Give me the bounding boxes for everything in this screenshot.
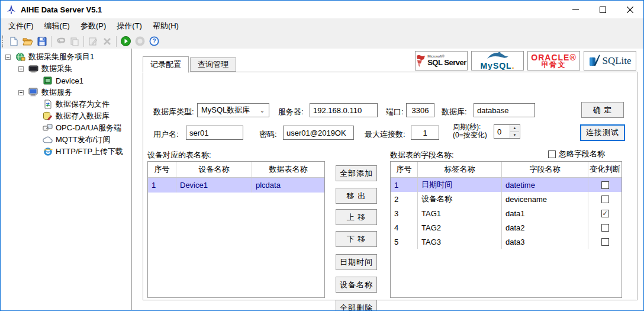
tab-0[interactable]: 记录配置 (143, 56, 189, 73)
action-button-4[interactable]: 日期时间 (336, 254, 377, 270)
close-button[interactable] (616, 1, 643, 18)
column-header: 序号 (391, 162, 418, 177)
oracle-name-text: ORACLE® (531, 54, 576, 61)
table-cell: data3 (502, 235, 588, 249)
ignore-fields-label: 忽略字段名称 (559, 149, 605, 159)
change-detect-checkbox[interactable] (601, 181, 609, 189)
tree-item-0[interactable]: 数据采集服务项目1 (2, 51, 131, 63)
field-table-row[interactable]: 3TAG1data1✓ (391, 206, 622, 220)
db-type-select[interactable]: MySQL数据库 ⌄ (197, 103, 269, 117)
username-label: 用户名: (153, 129, 179, 140)
tree-item-1[interactable]: 数据采集 (2, 63, 131, 75)
mysql-dot-text: . (512, 61, 515, 70)
save-icon[interactable] (35, 35, 49, 48)
tree-item-label: 数据存入数据库 (56, 111, 110, 121)
change-detect-checkbox[interactable] (601, 195, 609, 203)
tab-1[interactable]: 查询管理 (190, 57, 236, 72)
device-table: 序号设备名称数据表名称1Device1plcdata (147, 161, 325, 298)
tree-item-7[interactable]: MQTT发布/订阅 (2, 134, 131, 146)
action-button-3[interactable]: 下 移 (336, 231, 377, 247)
table-cell: 4 (391, 220, 418, 235)
table-cell: 设备名称 (418, 192, 502, 206)
action-button-6[interactable]: 全部删除 (336, 300, 377, 311)
action-button-2[interactable]: 上 移 (336, 209, 377, 225)
field-table-row[interactable]: 4TAG2data2 (391, 220, 622, 235)
tree-item-label: 数据保存为文件 (56, 99, 110, 110)
server-input[interactable] (310, 103, 378, 117)
sqlserver-flag-icon (416, 54, 426, 68)
table-cell: devicename (502, 192, 588, 206)
tree-item-8[interactable]: HTTP/FTP上传下载 (2, 146, 131, 158)
minimize-button[interactable] (562, 1, 589, 18)
change-detect-checkbox[interactable] (601, 224, 609, 232)
period-input[interactable] (494, 125, 510, 138)
menu-item-4[interactable]: 帮助(H) (147, 18, 184, 34)
period-spinner[interactable]: ▲ ▼ (494, 124, 520, 139)
delete-icon (100, 35, 114, 48)
max-conn-label: 最大连接数: (365, 129, 405, 140)
table-cell: ✓ (588, 206, 622, 220)
help-icon[interactable]: ? (147, 35, 161, 48)
column-header: 字段名称 (502, 162, 588, 177)
table-cell: TAG3 (418, 235, 502, 249)
table-cell: plcdata (252, 178, 324, 193)
tree-expander-icon[interactable] (18, 90, 24, 95)
toolbar-separator (83, 36, 84, 47)
max-conn-input[interactable] (411, 126, 439, 140)
db-logos: Microsoft® SQL Server MySQL. (415, 51, 636, 70)
change-detect-checkbox[interactable] (601, 238, 609, 246)
tree-item-3[interactable]: 数据服务 (2, 86, 131, 98)
spinner-down-icon[interactable]: ▼ (510, 132, 519, 139)
menu-item-1[interactable]: 编辑(E) (39, 18, 75, 34)
device-table-row[interactable]: 1Device1plcdata (148, 178, 324, 193)
field-table-row[interactable]: 1日期时间datetime (391, 178, 622, 192)
username-input[interactable] (186, 126, 243, 140)
ignore-fields-checkbox[interactable] (548, 150, 556, 158)
tree-expander-icon[interactable] (18, 66, 24, 72)
menu-item-3[interactable]: 操作(T) (111, 18, 147, 34)
tab-strip: 记录配置查询管理 (143, 56, 237, 73)
tree-item-4[interactable]: 数据保存为文件 (2, 98, 131, 110)
open-file-icon[interactable] (21, 35, 35, 48)
action-button-1[interactable]: 移 出 (336, 188, 377, 204)
menu-item-2[interactable]: 参数(P) (75, 18, 111, 34)
menu-item-0[interactable]: 文件(F) (3, 18, 39, 34)
tree-item-5[interactable]: 数据存入数据库 (2, 110, 131, 122)
new-file-icon[interactable] (7, 35, 21, 48)
port-input[interactable] (406, 103, 434, 117)
tree-item-label: Device1 (56, 76, 83, 85)
ok-button[interactable]: 确 定 (581, 102, 624, 118)
tree-item-label: 数据采集 (41, 63, 72, 74)
connect-test-button[interactable]: 连接测试 (580, 124, 625, 141)
stop-icon (133, 35, 147, 48)
password-input[interactable] (283, 126, 354, 140)
project-icon (15, 52, 25, 62)
mysql-name-text: MySQL (480, 61, 511, 70)
toolbar-separator (116, 36, 117, 47)
server-label: 服务器: (278, 107, 304, 117)
title-bar: AIHE Data Server V5.1 (1, 1, 643, 18)
maximize-button[interactable] (589, 1, 616, 18)
field-table-row[interactable]: 5TAG3data3 (391, 235, 622, 249)
table-cell: 3 (391, 206, 418, 220)
field-table-row[interactable]: 2设备名称devicename (391, 192, 622, 206)
spinner-up-icon[interactable]: ▲ (510, 125, 519, 132)
action-button-5[interactable]: 设备名称 (336, 277, 377, 293)
window-title: AIHE Data Server V5.1 (21, 5, 102, 14)
database-input[interactable] (474, 103, 535, 117)
table-cell: 5 (391, 235, 418, 249)
tree-item-2[interactable]: Device1 (2, 75, 131, 86)
start-icon[interactable] (118, 35, 133, 48)
action-button-0[interactable]: 全部添加 (336, 165, 377, 181)
tree-expander-icon[interactable] (5, 54, 11, 60)
tree-item-6[interactable]: OPC-DA/UA服务端 (2, 122, 131, 134)
change-detect-checkbox[interactable]: ✓ (601, 210, 609, 217)
tree-item-label: HTTP/FTP上传下载 (56, 146, 123, 157)
column-header: 数据表名称 (252, 162, 324, 177)
toolbar-grip[interactable] (2, 36, 5, 47)
mysql-logo: MySQL. (471, 51, 524, 70)
db-type-value: MySQL数据库 (201, 105, 250, 116)
ignore-fields-checkbox-row[interactable]: 忽略字段名称 (548, 149, 605, 159)
service-icon (28, 88, 38, 97)
db-type-label: 数据库类型: (153, 107, 194, 117)
